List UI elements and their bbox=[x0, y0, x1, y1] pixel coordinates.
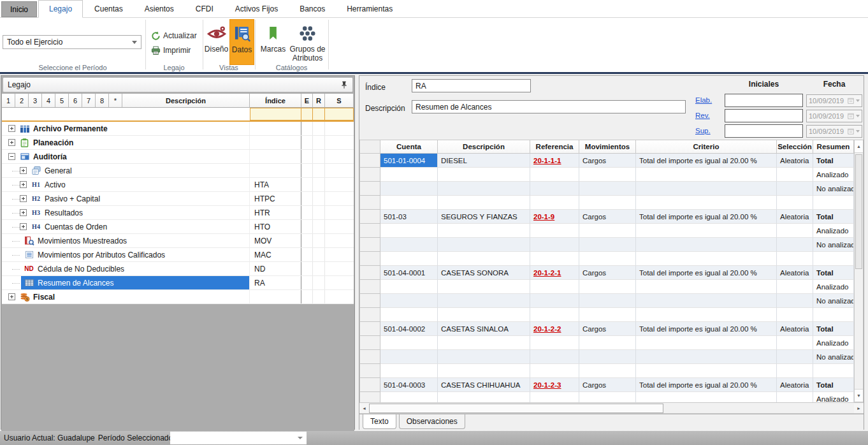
grid-cell-cuenta[interactable] bbox=[380, 224, 438, 238]
grid-cell-seleccion[interactable] bbox=[777, 238, 813, 252]
grid-cell-selector[interactable] bbox=[359, 196, 380, 210]
grid-cell-seleccion[interactable] bbox=[777, 196, 813, 210]
tree-item-e-cell[interactable] bbox=[301, 192, 313, 205]
grid-cell-seleccion[interactable] bbox=[777, 336, 813, 350]
grid-column-header-criterio[interactable]: Criterio bbox=[636, 140, 777, 154]
tree-item-e-cell[interactable] bbox=[301, 178, 313, 191]
tree-column-header-indice[interactable]: Índice bbox=[250, 94, 301, 107]
filter-cell-e[interactable] bbox=[301, 108, 313, 120]
grid-column-header-cuenta[interactable]: Cuenta bbox=[380, 140, 438, 154]
tree-column-header-6[interactable]: 6 bbox=[69, 94, 82, 107]
indice-input[interactable]: RA bbox=[412, 79, 531, 92]
grid-cell-seleccion[interactable] bbox=[777, 308, 813, 322]
rev-link[interactable]: Rev. bbox=[695, 112, 710, 119]
expand-icon[interactable] bbox=[8, 125, 15, 132]
tab-activos-fijos[interactable]: Activos Fijos bbox=[225, 1, 288, 17]
grid-row[interactable]: No analizado bbox=[359, 182, 864, 196]
grid-cell-referencia[interactable] bbox=[530, 168, 579, 182]
tab-asientos[interactable]: Asientos bbox=[134, 1, 184, 17]
grid-cell-seleccion[interactable] bbox=[777, 350, 813, 364]
grid-cell-descripcion[interactable] bbox=[438, 182, 530, 196]
grid-row[interactable]: No analizado bbox=[359, 238, 864, 252]
tree-item-descripcion-cell[interactable]: General bbox=[2, 164, 250, 177]
grid-cell-seleccion[interactable] bbox=[777, 252, 813, 266]
tree-item[interactable]: Resumen de Alcances bbox=[21, 276, 249, 289]
tree-item-r-cell[interactable] bbox=[313, 220, 325, 233]
tree-item[interactable]: Archivo Permanente bbox=[17, 122, 249, 135]
grid-cell-criterio[interactable] bbox=[636, 252, 777, 266]
tree-column-header-blank[interactable]: * bbox=[109, 94, 122, 107]
grid-column-header-movimientos[interactable]: Movimientos bbox=[579, 140, 636, 154]
expand-icon[interactable] bbox=[20, 209, 27, 216]
tree-item-indice-cell[interactable]: HTPC bbox=[250, 192, 301, 205]
tree-item-s-cell[interactable] bbox=[325, 248, 354, 261]
grid-cell-selector[interactable] bbox=[359, 154, 380, 168]
grid-row[interactable]: 501-04-0003CASETAS CHIHUAHUA20-1-2-3Carg… bbox=[359, 378, 864, 392]
scroll-right-button[interactable]: ► bbox=[854, 404, 864, 413]
grid-row[interactable]: 501-01-0004DIESEL20-1-1-1CargosTotal del… bbox=[359, 154, 864, 168]
elab-iniciales-input[interactable] bbox=[725, 94, 803, 107]
grid-column-header-selector[interactable] bbox=[359, 140, 380, 154]
filter-cell-s[interactable] bbox=[325, 108, 354, 120]
tree-column-header-7[interactable]: 7 bbox=[82, 94, 96, 107]
tree-item-s-cell[interactable] bbox=[325, 220, 354, 233]
grid-cell-movimientos[interactable] bbox=[579, 182, 636, 196]
grid-cell-descripcion[interactable] bbox=[438, 224, 530, 238]
tree-item-descripcion-cell[interactable]: Movimientos por Atributos Calificados bbox=[2, 248, 250, 261]
reference-link[interactable]: 20-1-9 bbox=[533, 213, 554, 221]
grid-cell-cuenta[interactable] bbox=[380, 238, 438, 252]
tree-item[interactable]: Auditoría bbox=[17, 150, 249, 163]
grid-cell-movimientos[interactable] bbox=[579, 280, 636, 294]
tree-item-indice-cell[interactable] bbox=[250, 136, 301, 149]
tree-item[interactable]: H4Cuentas de Orden bbox=[28, 220, 249, 233]
tree-item[interactable]: General bbox=[28, 164, 249, 177]
grid-column-header-seleccion[interactable]: Selección bbox=[777, 140, 813, 154]
tree-item-r-cell[interactable] bbox=[313, 178, 325, 191]
horizontal-scrollbar-thumb[interactable] bbox=[369, 404, 663, 413]
grid-cell-cuenta[interactable] bbox=[380, 336, 438, 350]
expand-icon[interactable] bbox=[8, 293, 15, 300]
grid-cell-referencia[interactable] bbox=[530, 294, 579, 308]
grid-cell-criterio[interactable] bbox=[636, 294, 777, 308]
tree-column-header-r[interactable]: R bbox=[313, 94, 325, 107]
tree-column-header-1[interactable]: 1 bbox=[2, 94, 15, 107]
sup-fecha-picker[interactable]: 10/09/2019 bbox=[806, 125, 862, 138]
grid-cell-selector[interactable] bbox=[359, 280, 380, 294]
expand-icon[interactable] bbox=[20, 223, 27, 230]
tree-item-descripcion-cell[interactable]: Auditoría bbox=[2, 150, 250, 163]
horizontal-scrollbar[interactable]: ◄ ► bbox=[359, 402, 864, 414]
grid-cell-movimientos[interactable] bbox=[579, 224, 636, 238]
grid-cell-referencia[interactable] bbox=[530, 280, 579, 294]
tree-item-r-cell[interactable] bbox=[313, 234, 325, 247]
tree-item[interactable]: Planeación bbox=[17, 136, 249, 149]
tree-item-descripcion-cell[interactable]: H2Pasivo + Capital bbox=[2, 192, 250, 205]
grid-cell-selector[interactable] bbox=[359, 364, 380, 378]
tree-item[interactable]: $Fiscal bbox=[17, 290, 249, 303]
tree-item-r-cell[interactable] bbox=[313, 290, 325, 303]
scroll-left-button[interactable]: ◄ bbox=[359, 404, 369, 413]
grid-column-header-descripcion[interactable]: Descripción bbox=[438, 140, 530, 154]
grid-cell-resumen[interactable] bbox=[813, 364, 854, 378]
grid-cell-referencia[interactable] bbox=[530, 224, 579, 238]
grid-cell-resumen[interactable]: Analizado bbox=[813, 224, 854, 238]
grid-row[interactable]: No analizado bbox=[359, 294, 864, 308]
tree-item-r-cell[interactable] bbox=[313, 136, 325, 149]
grid-cell-criterio[interactable] bbox=[636, 280, 777, 294]
grid-cell-referencia[interactable] bbox=[530, 336, 579, 350]
tab-legajo[interactable]: Legajo bbox=[38, 0, 83, 18]
grid-row[interactable] bbox=[359, 252, 864, 266]
tree-item-e-cell[interactable] bbox=[301, 248, 313, 261]
tree-row-activo[interactable]: H1ActivoHTA bbox=[2, 178, 354, 192]
tab-herramientas[interactable]: Herramientas bbox=[336, 1, 403, 17]
grid-cell-seleccion[interactable] bbox=[777, 182, 813, 196]
tree-item[interactable]: NDCédula de No Deducibles bbox=[21, 262, 249, 275]
grid-cell-resumen[interactable]: Analizado bbox=[813, 280, 854, 294]
grid-cell-referencia[interactable]: 20-1-2-2 bbox=[530, 322, 579, 336]
grid-row[interactable]: Analizado bbox=[359, 224, 864, 238]
grid-cell-cuenta[interactable]: 501-04-0003 bbox=[380, 378, 438, 392]
grid-cell-selector[interactable] bbox=[359, 308, 380, 322]
grid-cell-resumen[interactable] bbox=[813, 308, 854, 322]
grid-cell-seleccion[interactable]: Aleatoria bbox=[777, 154, 813, 168]
tree-row-cedula-de-no-deducibles[interactable]: NDCédula de No DeduciblesND bbox=[2, 262, 354, 276]
tree-item-s-cell[interactable] bbox=[325, 150, 354, 163]
